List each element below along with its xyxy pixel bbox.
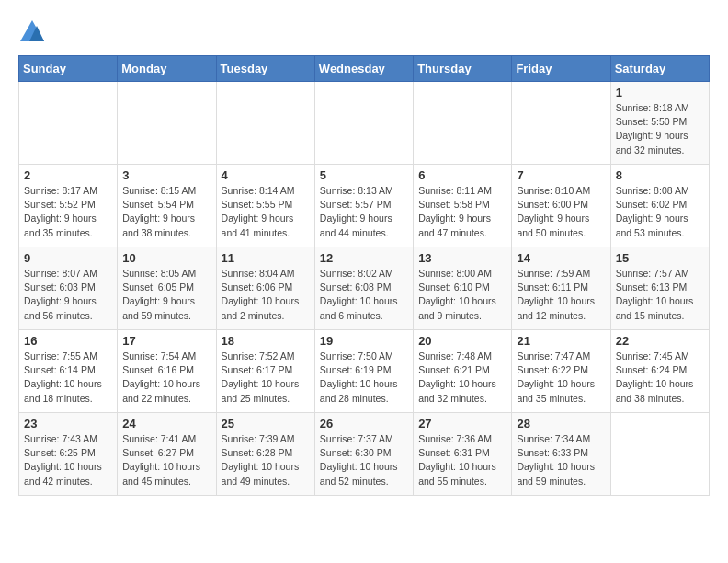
day-number: 23 xyxy=(24,417,112,431)
calendar-body: 1Sunrise: 8:18 AM Sunset: 5:50 PM Daylig… xyxy=(19,82,710,496)
day-info: Sunrise: 7:45 AM Sunset: 6:24 PM Dayligh… xyxy=(616,350,704,406)
day-number: 19 xyxy=(320,334,408,348)
calendar-cell: 16Sunrise: 7:55 AM Sunset: 6:14 PM Dayli… xyxy=(19,330,118,413)
day-number: 9 xyxy=(24,251,112,265)
calendar-week-4: 23Sunrise: 7:43 AM Sunset: 6:25 PM Dayli… xyxy=(19,413,710,496)
day-info: Sunrise: 8:02 AM Sunset: 6:08 PM Dayligh… xyxy=(320,267,408,323)
day-number: 6 xyxy=(418,168,506,182)
day-info: Sunrise: 8:08 AM Sunset: 6:02 PM Dayligh… xyxy=(616,184,704,240)
day-number: 25 xyxy=(222,417,310,431)
calendar-header-sunday: Sunday xyxy=(19,56,118,82)
day-number: 12 xyxy=(320,251,408,265)
day-info: Sunrise: 7:52 AM Sunset: 6:17 PM Dayligh… xyxy=(222,350,310,406)
calendar-cell: 9Sunrise: 8:07 AM Sunset: 6:03 PM Daylig… xyxy=(19,247,118,330)
day-info: Sunrise: 7:41 AM Sunset: 6:27 PM Dayligh… xyxy=(122,432,210,488)
calendar-table: SundayMondayTuesdayWednesdayThursdayFrid… xyxy=(18,55,710,496)
logo xyxy=(18,18,50,46)
calendar-cell xyxy=(314,82,413,165)
calendar-cell: 19Sunrise: 7:50 AM Sunset: 6:19 PM Dayli… xyxy=(314,330,413,413)
page-header xyxy=(18,18,710,46)
day-info: Sunrise: 8:07 AM Sunset: 6:03 PM Dayligh… xyxy=(24,267,112,323)
day-info: Sunrise: 8:15 AM Sunset: 5:54 PM Dayligh… xyxy=(122,184,210,240)
calendar-cell xyxy=(414,82,512,165)
calendar-cell: 14Sunrise: 7:59 AM Sunset: 6:11 PM Dayli… xyxy=(512,247,610,330)
day-info: Sunrise: 7:47 AM Sunset: 6:22 PM Dayligh… xyxy=(517,350,605,406)
calendar-header-friday: Friday xyxy=(512,56,610,82)
calendar-cell: 21Sunrise: 7:47 AM Sunset: 6:22 PM Dayli… xyxy=(512,330,610,413)
calendar-cell: 23Sunrise: 7:43 AM Sunset: 6:25 PM Dayli… xyxy=(19,413,118,496)
calendar-header-wednesday: Wednesday xyxy=(314,56,413,82)
calendar-cell: 27Sunrise: 7:36 AM Sunset: 6:31 PM Dayli… xyxy=(414,413,512,496)
calendar-header-monday: Monday xyxy=(118,56,216,82)
calendar-cell xyxy=(216,82,314,165)
calendar-cell: 11Sunrise: 8:04 AM Sunset: 6:06 PM Dayli… xyxy=(216,247,314,330)
day-number: 1 xyxy=(616,86,704,99)
day-info: Sunrise: 7:34 AM Sunset: 6:33 PM Dayligh… xyxy=(517,432,605,488)
calendar-cell: 28Sunrise: 7:34 AM Sunset: 6:33 PM Dayli… xyxy=(512,413,610,496)
day-number: 20 xyxy=(418,334,506,348)
calendar-week-1: 2Sunrise: 8:17 AM Sunset: 5:52 PM Daylig… xyxy=(19,165,710,247)
day-info: Sunrise: 8:13 AM Sunset: 5:57 PM Dayligh… xyxy=(320,184,408,240)
calendar-cell: 18Sunrise: 7:52 AM Sunset: 6:17 PM Dayli… xyxy=(216,330,314,413)
day-info: Sunrise: 7:55 AM Sunset: 6:14 PM Dayligh… xyxy=(24,350,112,406)
day-info: Sunrise: 7:39 AM Sunset: 6:28 PM Dayligh… xyxy=(222,432,310,488)
calendar-cell: 20Sunrise: 7:48 AM Sunset: 6:21 PM Dayli… xyxy=(414,330,512,413)
day-info: Sunrise: 7:36 AM Sunset: 6:31 PM Dayligh… xyxy=(418,432,506,488)
day-number: 21 xyxy=(517,334,605,348)
day-info: Sunrise: 7:48 AM Sunset: 6:21 PM Dayligh… xyxy=(418,350,506,406)
calendar-cell xyxy=(512,82,610,165)
day-info: Sunrise: 8:10 AM Sunset: 6:00 PM Dayligh… xyxy=(517,184,605,240)
calendar-header-row: SundayMondayTuesdayWednesdayThursdayFrid… xyxy=(19,56,710,82)
calendar-cell: 15Sunrise: 7:57 AM Sunset: 6:13 PM Dayli… xyxy=(610,247,709,330)
day-info: Sunrise: 7:57 AM Sunset: 6:13 PM Dayligh… xyxy=(616,267,704,323)
day-number: 17 xyxy=(122,334,210,348)
calendar-cell xyxy=(610,413,709,496)
day-number: 15 xyxy=(616,251,704,265)
calendar-cell xyxy=(19,82,118,165)
calendar-cell: 5Sunrise: 8:13 AM Sunset: 5:57 PM Daylig… xyxy=(314,165,413,247)
day-number: 27 xyxy=(418,417,506,431)
calendar-week-0: 1Sunrise: 8:18 AM Sunset: 5:50 PM Daylig… xyxy=(19,82,710,165)
calendar-cell: 10Sunrise: 8:05 AM Sunset: 6:05 PM Dayli… xyxy=(118,247,216,330)
day-info: Sunrise: 8:04 AM Sunset: 6:06 PM Dayligh… xyxy=(222,267,310,323)
calendar-cell: 13Sunrise: 8:00 AM Sunset: 6:10 PM Dayli… xyxy=(414,247,512,330)
calendar-cell: 26Sunrise: 7:37 AM Sunset: 6:30 PM Dayli… xyxy=(314,413,413,496)
calendar-week-3: 16Sunrise: 7:55 AM Sunset: 6:14 PM Dayli… xyxy=(19,330,710,413)
calendar-cell: 3Sunrise: 8:15 AM Sunset: 5:54 PM Daylig… xyxy=(118,165,216,247)
logo-icon xyxy=(18,18,46,46)
day-number: 22 xyxy=(616,334,704,348)
day-number: 18 xyxy=(222,334,310,348)
day-number: 5 xyxy=(320,168,408,182)
day-number: 11 xyxy=(222,251,310,265)
calendar-cell: 24Sunrise: 7:41 AM Sunset: 6:27 PM Dayli… xyxy=(118,413,216,496)
calendar-cell: 7Sunrise: 8:10 AM Sunset: 6:00 PM Daylig… xyxy=(512,165,610,247)
calendar-cell: 22Sunrise: 7:45 AM Sunset: 6:24 PM Dayli… xyxy=(610,330,709,413)
day-info: Sunrise: 7:43 AM Sunset: 6:25 PM Dayligh… xyxy=(24,432,112,488)
day-info: Sunrise: 8:00 AM Sunset: 6:10 PM Dayligh… xyxy=(418,267,506,323)
day-number: 14 xyxy=(517,251,605,265)
day-number: 8 xyxy=(616,168,704,182)
calendar-cell: 1Sunrise: 8:18 AM Sunset: 5:50 PM Daylig… xyxy=(610,82,709,165)
day-info: Sunrise: 8:11 AM Sunset: 5:58 PM Dayligh… xyxy=(418,184,506,240)
day-info: Sunrise: 7:50 AM Sunset: 6:19 PM Dayligh… xyxy=(320,350,408,406)
day-number: 10 xyxy=(122,251,210,265)
calendar-cell: 12Sunrise: 8:02 AM Sunset: 6:08 PM Dayli… xyxy=(314,247,413,330)
day-number: 28 xyxy=(517,417,605,431)
day-info: Sunrise: 8:17 AM Sunset: 5:52 PM Dayligh… xyxy=(24,184,112,240)
calendar-cell: 17Sunrise: 7:54 AM Sunset: 6:16 PM Dayli… xyxy=(118,330,216,413)
calendar-cell: 25Sunrise: 7:39 AM Sunset: 6:28 PM Dayli… xyxy=(216,413,314,496)
day-info: Sunrise: 7:54 AM Sunset: 6:16 PM Dayligh… xyxy=(122,350,210,406)
calendar-cell: 2Sunrise: 8:17 AM Sunset: 5:52 PM Daylig… xyxy=(19,165,118,247)
day-info: Sunrise: 8:05 AM Sunset: 6:05 PM Dayligh… xyxy=(122,267,210,323)
calendar-header-saturday: Saturday xyxy=(610,56,709,82)
day-number: 13 xyxy=(418,251,506,265)
day-info: Sunrise: 7:59 AM Sunset: 6:11 PM Dayligh… xyxy=(517,267,605,323)
day-info: Sunrise: 7:37 AM Sunset: 6:30 PM Dayligh… xyxy=(320,432,408,488)
calendar-week-2: 9Sunrise: 8:07 AM Sunset: 6:03 PM Daylig… xyxy=(19,247,710,330)
calendar-header-thursday: Thursday xyxy=(414,56,512,82)
day-number: 16 xyxy=(24,334,112,348)
day-info: Sunrise: 8:18 AM Sunset: 5:50 PM Dayligh… xyxy=(616,101,704,157)
day-number: 4 xyxy=(222,168,310,182)
day-number: 2 xyxy=(24,168,112,182)
calendar-header-tuesday: Tuesday xyxy=(216,56,314,82)
